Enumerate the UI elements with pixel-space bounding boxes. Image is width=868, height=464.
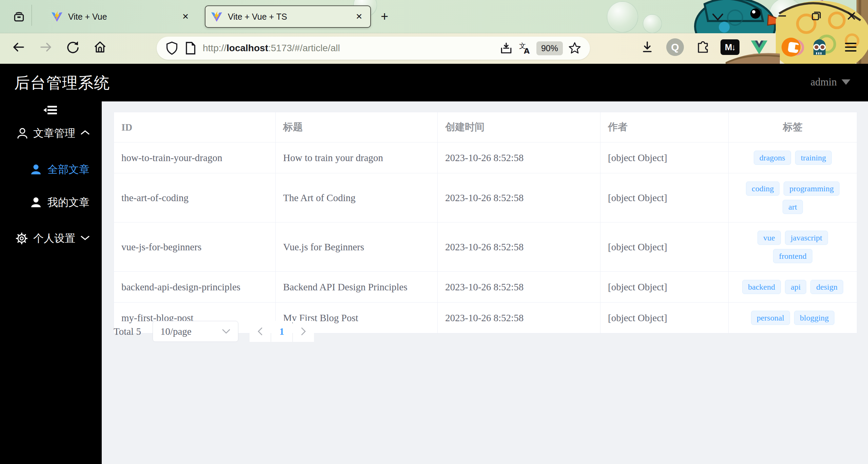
cell-id: the-art-of-coding xyxy=(114,173,276,223)
cell-created: 2023-10-26 8:52:58 xyxy=(438,303,600,333)
address-bar[interactable]: http://localhost:5173/#/article/all 文 A … xyxy=(157,37,590,60)
tab-title: Vite + Vue xyxy=(68,12,175,22)
save-page-icon[interactable] xyxy=(497,39,515,57)
cell-id: vue-js-for-beginners xyxy=(114,223,276,272)
tag-pill: api xyxy=(785,280,806,294)
firefox-view-button[interactable] xyxy=(10,8,28,25)
chevron-left-icon xyxy=(257,327,263,336)
tag-pill: training xyxy=(795,151,832,165)
minimize-button[interactable] xyxy=(772,6,793,26)
cell-id: backend-api-design-principles xyxy=(114,272,276,303)
cell-title: Backend API Design Principles xyxy=(276,272,438,303)
tag-pill: blogging xyxy=(794,311,834,325)
orange-extension-icon[interactable] xyxy=(780,36,802,58)
sidebar-item-my-articles[interactable]: 我的文章 xyxy=(0,192,102,213)
column-header: 标题 xyxy=(276,112,438,142)
sidebar-item-personal-settings[interactable]: 个人设置 xyxy=(0,228,102,249)
app-header: 后台管理系统 admin xyxy=(0,64,868,101)
tab-close-icon[interactable]: ✕ xyxy=(353,11,365,22)
chevron-down-icon xyxy=(222,328,231,334)
tag-pill: design xyxy=(810,280,843,294)
tab-vite-vue[interactable]: Vite + Vue ✕ xyxy=(46,5,197,28)
column-header: 标签 xyxy=(729,112,857,142)
cell-created: 2023-10-26 8:52:58 xyxy=(438,223,600,272)
column-header: ID xyxy=(114,112,276,142)
app-title: 后台管理系统 xyxy=(14,73,110,94)
goggles-extension-icon[interactable] xyxy=(808,36,831,58)
vite-favicon xyxy=(211,11,222,22)
zoom-level-badge[interactable]: 90% xyxy=(536,41,563,55)
tab-close-icon[interactable]: ✕ xyxy=(180,11,191,22)
cell-tags: backendapidesign xyxy=(729,272,857,303)
sidebar-item-all-articles[interactable]: 全部文章 xyxy=(0,159,102,180)
column-header: 作者 xyxy=(600,112,729,142)
main-content: ID标题创建时间作者标签 how-to-train-your-dragonHow… xyxy=(102,101,868,464)
tab-separator xyxy=(32,5,32,26)
forward-button[interactable] xyxy=(35,36,57,58)
chevron-right-icon xyxy=(300,327,307,336)
user-name: admin xyxy=(811,76,837,88)
tag-pill: personal xyxy=(751,311,790,325)
home-button[interactable] xyxy=(89,36,111,58)
cell-title: Vue.js for Beginners xyxy=(276,223,438,272)
table-row: backend-api-design-principlesBackend API… xyxy=(114,272,857,303)
new-tab-button[interactable]: + xyxy=(376,7,393,25)
sidebar-item-article-management[interactable]: 文章管理 xyxy=(0,122,102,144)
tag-pill: dragons xyxy=(754,151,791,165)
prev-page-button[interactable] xyxy=(250,321,271,342)
user-filled-icon xyxy=(30,163,42,176)
sidebar: 文章管理 全部文章 我的文章 个人设置 xyxy=(0,101,102,464)
cell-tags: vuejavascriptfrontend xyxy=(729,223,857,272)
cell-title: The Art of Coding xyxy=(276,173,438,223)
cell-author: [object Object] xyxy=(600,173,729,223)
cell-author: [object Object] xyxy=(600,223,729,272)
page-size-select[interactable]: 10/page xyxy=(153,321,238,342)
pagination-total: Total 5 xyxy=(114,326,141,337)
sidebar-collapse-button[interactable] xyxy=(40,102,62,118)
pagination: Total 5 10/page 1 xyxy=(114,321,314,342)
svg-text:A: A xyxy=(524,47,530,55)
url-text[interactable]: http://localhost:5173/#/article/all xyxy=(203,43,497,54)
reload-button[interactable] xyxy=(62,36,84,58)
restore-button[interactable] xyxy=(806,6,827,26)
tab-title: Vite + Vue + TS xyxy=(228,12,349,22)
q-extension-icon[interactable]: Q xyxy=(664,36,686,58)
chevron-up-icon xyxy=(80,129,90,137)
cell-created: 2023-10-26 8:52:58 xyxy=(438,142,600,173)
web-page: 后台管理系统 admin 文章管理 全 xyxy=(0,64,868,464)
cell-author: [object Object] xyxy=(600,303,729,333)
table-row: vue-js-for-beginnersVue.js for Beginners… xyxy=(114,223,857,272)
tag-pill: frontend xyxy=(773,249,812,263)
page-info-icon[interactable] xyxy=(181,39,199,57)
bookmark-star-icon[interactable] xyxy=(566,39,584,57)
user-dropdown[interactable]: admin xyxy=(811,76,851,88)
articles-table: ID标题创建时间作者标签 how-to-train-your-dragonHow… xyxy=(114,112,857,333)
next-page-button[interactable] xyxy=(293,321,314,342)
tag-pill: javascript xyxy=(785,231,828,245)
cell-tags: dragonstraining xyxy=(729,142,857,173)
shield-icon[interactable] xyxy=(163,39,181,57)
translate-icon[interactable]: 文 A xyxy=(515,39,534,57)
user-outline-icon xyxy=(16,127,28,139)
back-button[interactable] xyxy=(7,36,30,58)
page-size-value: 10/page xyxy=(160,326,192,337)
table-row: the-art-of-codingThe Art of Coding2023-1… xyxy=(114,173,857,223)
tab-vite-vue-ts[interactable]: Vite + Vue + TS ✕ xyxy=(205,5,371,28)
vite-favicon xyxy=(51,11,63,22)
list-all-tabs-chevron-icon[interactable] xyxy=(710,12,725,22)
vue-devtools-icon[interactable] xyxy=(748,36,770,58)
tag-pill: vue xyxy=(757,231,781,245)
page-number-button[interactable]: 1 xyxy=(271,321,292,342)
cell-author: [object Object] xyxy=(600,272,729,303)
tag-pill: programming xyxy=(784,181,840,196)
close-window-button[interactable] xyxy=(841,6,862,26)
menu-hamburger-icon[interactable] xyxy=(840,36,862,58)
column-header: 创建时间 xyxy=(438,112,600,142)
extensions-puzzle-icon[interactable] xyxy=(692,36,714,58)
markdown-extension-icon[interactable]: M↓ xyxy=(719,36,741,58)
cell-id: how-to-train-your-dragon xyxy=(114,142,276,173)
caret-down-icon xyxy=(842,79,850,85)
downloads-icon[interactable] xyxy=(636,36,658,58)
user-filled-icon xyxy=(30,196,42,209)
tag-pill: backend xyxy=(742,280,781,294)
